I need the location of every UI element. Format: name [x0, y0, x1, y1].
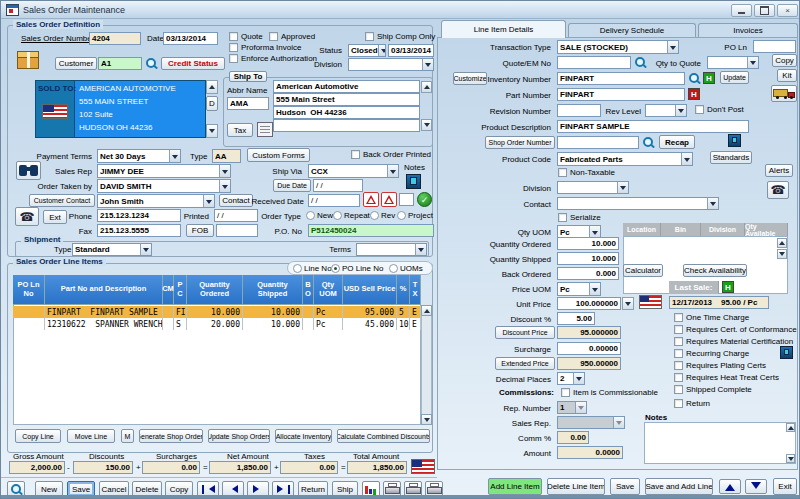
printed-field[interactable]: / /: [214, 209, 258, 222]
customer-contact-button[interactable]: Customer Contact: [29, 194, 95, 207]
add-line-item-button[interactable]: Add Line Item: [488, 478, 542, 495]
ship-to-scroll-down[interactable]: [421, 119, 432, 131]
m-button[interactable]: M: [121, 429, 134, 443]
standards-button[interactable]: Standards: [710, 151, 752, 164]
alerts-button[interactable]: Alerts: [765, 164, 793, 177]
price-uom-dropdown[interactable]: Pc: [557, 282, 601, 296]
terms-dropdown[interactable]: [356, 243, 427, 256]
custom-forms-button[interactable]: Custom Forms: [247, 148, 310, 162]
save-and-add-line-button[interactable]: Save and Add Line: [645, 478, 713, 495]
non-taxable-checkbox[interactable]: Non-Taxable: [558, 168, 615, 177]
quote-checkbox[interactable]: Quote: [229, 32, 263, 41]
payment-terms-dropdown[interactable]: Net 30 Days: [97, 149, 181, 163]
recap-button[interactable]: Recap: [659, 135, 695, 149]
order-type-new-radio[interactable]: New: [306, 211, 333, 220]
requires-heat-treat-certs-checkbox[interactable]: Requires Heat Treat Certs: [674, 373, 779, 382]
chevron-down-icon[interactable]: [617, 182, 628, 193]
allocate-inventory-button[interactable]: Allocate Inventory: [275, 429, 332, 443]
extended-price-button[interactable]: Extended Price: [495, 357, 555, 370]
line-items-scrollbar[interactable]: [421, 305, 432, 425]
notes-scroll-up[interactable]: [786, 423, 795, 432]
tax-document-icon[interactable]: [257, 122, 273, 137]
order-type-repeat-radio[interactable]: Repeat: [333, 211, 370, 220]
chevron-down-icon[interactable]: [387, 165, 398, 177]
type-field[interactable]: AA: [212, 149, 241, 163]
fob-field[interactable]: [216, 224, 258, 237]
division-dropdown[interactable]: [348, 58, 434, 71]
sales-order-number-field[interactable]: 4204: [89, 32, 141, 45]
view-line-no-radio[interactable]: Line No: [293, 264, 332, 273]
item-commissionable-checkbox[interactable]: Item is Commissionable: [561, 388, 658, 397]
line-item-row[interactable]: FINPART FINPART SAMPLE FI 10.000 10.000 …: [13, 306, 421, 318]
transaction-type-dropdown[interactable]: SALE (STOCKED): [557, 40, 679, 54]
return-checkbox[interactable]: Return: [674, 399, 710, 408]
move-up-button[interactable]: [719, 479, 741, 494]
order-date-field[interactable]: 03/13/2014: [163, 32, 218, 45]
requires-plating-certs-checkbox[interactable]: Requires Plating Certs: [674, 361, 766, 370]
dont-post-checkbox[interactable]: Don't Post: [695, 105, 744, 114]
history-red-icon[interactable]: H: [688, 88, 700, 100]
contact-button[interactable]: Contact: [219, 194, 253, 207]
move-down-button[interactable]: [745, 479, 767, 494]
chevron-down-icon[interactable]: [422, 59, 433, 70]
item-division-dropdown[interactable]: [557, 181, 629, 194]
qty-to-quote-dropdown[interactable]: [707, 56, 759, 69]
fax-field[interactable]: 215.123.5555: [97, 224, 181, 237]
history-green-icon[interactable]: H: [703, 72, 715, 84]
ship-to-scroll-up[interactable]: [421, 81, 432, 93]
sales-order-number-label[interactable]: Sales Order Number: [21, 34, 94, 43]
part-number-field[interactable]: FINPART: [557, 88, 685, 101]
copy-line-item-button[interactable]: Copy: [772, 54, 797, 67]
line-item-row[interactable]: 12310622 SPANNER WRENCH S 20.000 10.000 …: [13, 318, 421, 330]
binoculars-icon[interactable]: [16, 161, 41, 180]
chevron-down-icon[interactable]: [667, 41, 678, 53]
shop-order-number-field[interactable]: [557, 136, 639, 149]
delete-line-item-button[interactable]: Delete Line Item: [547, 478, 605, 495]
order-taken-by-dropdown[interactable]: DAVID SMITH: [97, 179, 231, 193]
save-line-item-button[interactable]: Save: [610, 478, 640, 495]
last-sale-history-icon[interactable]: H: [722, 281, 734, 293]
chevron-down-icon[interactable]: [219, 180, 230, 192]
unit-price-dropdown-icon[interactable]: [622, 297, 634, 310]
chevron-down-icon[interactable]: [203, 195, 214, 207]
shop-order-search-icon[interactable]: [642, 136, 655, 149]
sales-rep-dropdown[interactable]: JIMMY DEE: [97, 164, 231, 178]
maximize-button[interactable]: [754, 4, 775, 17]
customer-button[interactable]: Customer: [55, 57, 97, 70]
chevron-down-icon[interactable]: [675, 105, 686, 116]
contact-phone-icon[interactable]: ☎: [767, 181, 789, 199]
scroll-down-icon[interactable]: [421, 414, 432, 425]
close-button[interactable]: ×: [777, 4, 798, 17]
chevron-down-icon[interactable]: [589, 283, 600, 295]
tab-delivery-schedule[interactable]: Delivery Schedule: [568, 23, 696, 37]
received-date-field[interactable]: / /: [308, 194, 360, 207]
tax-button[interactable]: Tax: [227, 123, 253, 137]
ship-via-dropdown[interactable]: CCX: [308, 164, 399, 178]
order-type-project-radio[interactable]: Project: [397, 211, 433, 220]
kit-button[interactable]: Kit: [777, 69, 797, 82]
tab-invoices[interactable]: Invoices: [698, 23, 798, 37]
sold-to-d-button[interactable]: D: [206, 96, 218, 111]
quote-em-no-field[interactable]: [557, 56, 631, 69]
one-time-charge-checkbox[interactable]: One Time Charge: [674, 313, 749, 322]
truck-button[interactable]: [771, 85, 797, 102]
unit-price-field[interactable]: 100.000000: [557, 297, 621, 310]
customize-button[interactable]: Customize: [453, 72, 487, 85]
warning-triangle-icon[interactable]: [363, 192, 379, 207]
ship-to-line3-field[interactable]: Hudson OH 44236: [273, 106, 420, 119]
notes-scroll-down[interactable]: [786, 454, 795, 463]
warning-triangle-icon[interactable]: [381, 192, 397, 207]
due-date-button[interactable]: Due Date: [273, 179, 311, 192]
calculator-button[interactable]: Calculator: [623, 264, 663, 277]
shop-order-number-button[interactable]: Shop Order Number: [485, 136, 555, 149]
item-notes-textarea[interactable]: [644, 422, 796, 464]
product-code-dropdown[interactable]: Fabricated Parts: [557, 152, 693, 166]
update-shop-orders-button[interactable]: Update Shop Orders: [208, 429, 270, 443]
update-button[interactable]: Update: [720, 71, 749, 84]
minimize-button[interactable]: [731, 4, 752, 17]
approved-checkbox[interactable]: Approved: [269, 32, 315, 41]
shipment-type-dropdown[interactable]: Standard: [72, 243, 152, 256]
recurring-book-icon[interactable]: [780, 346, 793, 359]
customer-contact-dropdown[interactable]: John Smith: [97, 194, 215, 208]
item-contact-dropdown[interactable]: [557, 197, 719, 210]
